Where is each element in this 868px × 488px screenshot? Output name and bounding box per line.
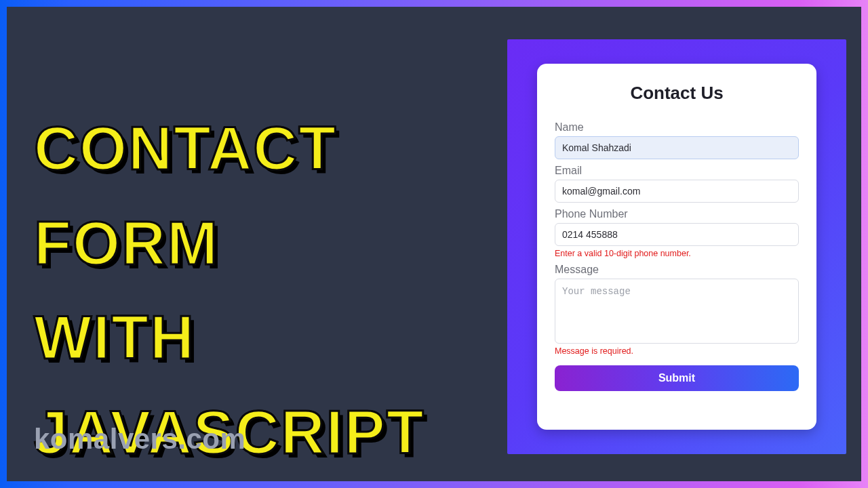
headline-line-3: VALIDATION xyxy=(34,480,507,488)
thumbnail-frame: CONTACT FORM WITH JAVASCRIPT VALIDATION … xyxy=(7,7,861,481)
name-label: Name xyxy=(555,121,799,134)
phone-input[interactable] xyxy=(555,223,799,246)
site-watermark: komalvers.com xyxy=(34,423,245,455)
form-gradient-panel: Contact Us Name Email Phone Number Enter… xyxy=(507,39,846,454)
headline-panel: CONTACT FORM WITH JAVASCRIPT VALIDATION … xyxy=(7,7,507,481)
submit-button[interactable]: Submit xyxy=(555,365,799,391)
message-textarea[interactable] xyxy=(555,279,799,344)
message-label: Message xyxy=(555,264,799,276)
email-input[interactable] xyxy=(555,180,799,203)
form-title: Contact Us xyxy=(555,83,799,104)
phone-label: Phone Number xyxy=(555,208,799,220)
name-input[interactable] xyxy=(555,136,799,159)
message-error: Message is required. xyxy=(555,346,799,356)
headline-line-1: CONTACT FORM xyxy=(34,102,507,291)
phone-error: Enter a valid 10-digit phone number. xyxy=(555,249,799,258)
contact-form-card: Contact Us Name Email Phone Number Enter… xyxy=(537,64,816,430)
email-label: Email xyxy=(555,165,799,177)
